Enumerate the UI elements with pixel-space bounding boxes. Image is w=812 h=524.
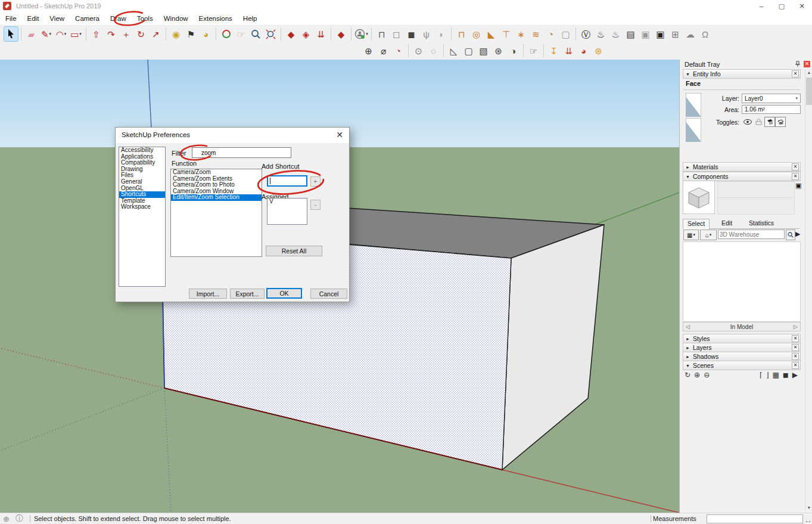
vray-spot-light-icon[interactable]: ◣: [484, 27, 498, 41]
add-shortcut-button[interactable]: +: [310, 176, 321, 187]
scene-thumbnails-icon[interactable]: ◼: [783, 371, 789, 379]
scenes-header[interactable]: ▼ Scenes ✕: [683, 361, 801, 370]
shadows-header[interactable]: ► Shadows ✕: [683, 352, 801, 361]
xray-mode-icon[interactable]: ⊙: [412, 44, 425, 58]
component-description-field[interactable]: [717, 197, 795, 215]
pushpull-tool[interactable]: ⇧: [89, 27, 103, 41]
menu-item-tools[interactable]: Tools: [132, 12, 158, 25]
contour-icon[interactable]: ◗: [434, 27, 448, 41]
scroll-up-icon[interactable]: ▲: [805, 69, 812, 76]
view-options-icon[interactable]: ▦▾: [683, 230, 699, 240]
panel-close-icon[interactable]: ✕: [792, 70, 799, 77]
pin-icon[interactable]: [795, 61, 801, 69]
plugin-update-icon[interactable]: ⇊: [562, 44, 575, 58]
component-outline-icon[interactable]: ◻: [390, 27, 403, 41]
tab-statistics[interactable]: Statistics: [745, 219, 778, 228]
filter-input[interactable]: [192, 147, 291, 158]
scene-view-options-icon[interactable]: ▦: [772, 371, 779, 379]
import-button[interactable]: Import...: [189, 289, 227, 299]
front-material-swatch[interactable]: [686, 93, 701, 118]
styles-header[interactable]: ► Styles ✕: [683, 334, 801, 343]
vray-rect-light-icon[interactable]: ⊓: [455, 27, 468, 41]
section-plane-icon[interactable]: ⊕: [362, 44, 375, 58]
menu-item-draw[interactable]: Draw: [105, 12, 132, 25]
orbit-tool[interactable]: [219, 27, 233, 41]
update-scene-icon[interactable]: ↻: [685, 371, 690, 379]
camera-stage-icon[interactable]: ⊓: [375, 27, 388, 41]
vray-cloud-render-icon[interactable]: ☁: [683, 27, 697, 41]
zoom-tool[interactable]: [249, 27, 263, 41]
shaded-textures-icon[interactable]: ⊛: [491, 44, 505, 58]
tray-scrollbar[interactable]: ▲ ▼: [805, 69, 812, 511]
function-edit-item-zoom-selection[interactable]: Edit/Item/Zoom Selection: [171, 194, 262, 201]
remove-shortcut-button[interactable]: -: [310, 200, 321, 210]
materials-header[interactable]: ► Materials ✕: [683, 162, 801, 172]
vray-sphere-light-icon[interactable]: ◎: [469, 27, 483, 41]
minimize-button[interactable]: –: [751, 0, 771, 12]
panel-close-icon[interactable]: ✕: [792, 362, 799, 369]
vray-batch-render-icon[interactable]: ⊞: [668, 27, 682, 41]
move-scene-right-icon[interactable]: ⌋: [766, 371, 769, 379]
back-material-swatch[interactable]: [686, 118, 701, 143]
category-general[interactable]: General: [119, 179, 165, 185]
zoom-extents-tool[interactable]: [264, 27, 278, 41]
hidden-line-icon[interactable]: ▢: [462, 44, 475, 58]
scroll-down-icon[interactable]: ▼: [805, 504, 812, 511]
tab-select[interactable]: Select: [683, 219, 710, 230]
sandbox-icon[interactable]: ψ: [419, 27, 433, 41]
panel-close-icon[interactable]: ✕: [792, 173, 799, 180]
share-model-icon[interactable]: ◆: [284, 27, 298, 41]
close-button[interactable]: ✕: [792, 0, 812, 12]
plugin-paint-icon[interactable]: ◕: [577, 44, 590, 58]
menu-item-extensions[interactable]: Extensions: [194, 12, 238, 25]
assigned-v[interactable]: V: [267, 199, 307, 205]
measurements-input[interactable]: [707, 514, 803, 523]
vray-render-interactive-icon[interactable]: ♨: [609, 27, 623, 41]
back-edges-icon[interactable]: ◌: [427, 44, 440, 58]
vray-logo-icon[interactable]: Ⓥ: [579, 27, 593, 41]
send-to-layout-icon[interactable]: ⇊: [314, 27, 328, 41]
display-secondary-pane-icon[interactable]: ▣: [795, 182, 801, 190]
vray-sun-icon[interactable]: ≋: [529, 27, 543, 41]
maximize-button[interactable]: ▢: [771, 0, 792, 12]
menu-item-view[interactable]: View: [44, 12, 70, 25]
vray-frame-buffer-icon[interactable]: ▣: [654, 27, 667, 41]
warehouse-search-input[interactable]: [718, 230, 785, 239]
scrollbar-thumb[interactable]: [806, 77, 812, 105]
back-arrow-icon[interactable]: ◁: [686, 324, 690, 330]
remove-scene-icon[interactable]: ⊖: [704, 371, 710, 379]
line-tool[interactable]: ✎▾: [39, 27, 53, 41]
preferences-category-list[interactable]: AccessibilityApplicationsCompatibilityDr…: [119, 147, 166, 287]
shaded-icon[interactable]: ▧: [477, 44, 490, 58]
home-icon[interactable]: ⌂▾: [700, 230, 717, 240]
category-accessibility[interactable]: Accessibility: [119, 147, 165, 154]
geolocation-icon[interactable]: ⊕: [3, 514, 10, 523]
pan-tool[interactable]: ☞: [234, 27, 248, 41]
cancel-button[interactable]: Cancel: [310, 289, 347, 299]
entity-info-header[interactable]: ▼ Entity Info ✕: [683, 69, 801, 79]
forward-arrow-icon[interactable]: ▷: [794, 324, 798, 330]
function-list[interactable]: Camera/ZoomCamera/Zoom ExtentsCamera/Zoo…: [170, 169, 262, 257]
dialog-close-icon[interactable]: ✕: [336, 130, 343, 139]
display-section-cuts-icon[interactable]: ⌀: [377, 44, 390, 58]
cast-shadows-toggle-icon[interactable]: [764, 117, 775, 127]
components-header[interactable]: ▼ Components ✕: [683, 172, 801, 181]
tray-close-icon[interactable]: ✕: [804, 61, 810, 67]
menu-item-camera[interactable]: Camera: [70, 12, 105, 25]
panel-close-icon[interactable]: ✕: [792, 353, 799, 360]
vray-lock-icon[interactable]: Ω: [698, 27, 712, 41]
vray-ies-light-icon[interactable]: ⊤: [499, 27, 513, 41]
plugin-import-icon[interactable]: ↧: [547, 44, 561, 58]
search-icon[interactable]: [786, 230, 795, 240]
help-icon[interactable]: ⓘ: [15, 513, 23, 524]
panel-close-icon[interactable]: ✕: [792, 335, 799, 342]
dialog-title-bar[interactable]: SketchUp Preferences ✕: [116, 128, 349, 143]
receive-shadows-toggle-icon[interactable]: [775, 117, 786, 127]
signin-avatar[interactable]: ▾: [354, 27, 368, 41]
component-name-field[interactable]: [717, 181, 795, 198]
vray-omni-light-icon[interactable]: ∗: [514, 27, 528, 41]
vray-cube-icon[interactable]: ▢: [559, 27, 573, 41]
text-tool[interactable]: ⚑: [184, 27, 198, 41]
menu-item-help[interactable]: Help: [238, 12, 263, 25]
add-scene-icon[interactable]: ⊕: [694, 371, 700, 379]
